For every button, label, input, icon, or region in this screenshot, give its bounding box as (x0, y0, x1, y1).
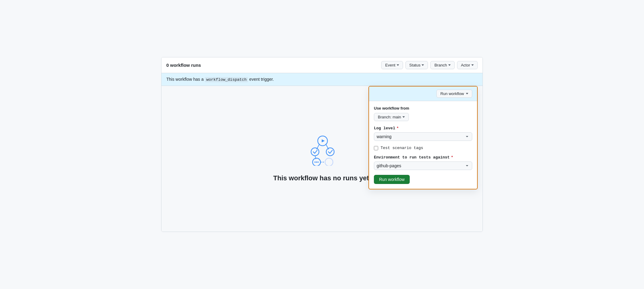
log-level-label-text: Log level (374, 126, 395, 131)
use-workflow-from-label: Use workflow from (374, 106, 472, 110)
environment-label-text: Environment to run tests against (374, 155, 450, 160)
environment-required-star: * (451, 155, 453, 160)
svg-marker-1 (322, 139, 325, 142)
run-workflow-submit-label: Run workflow (379, 177, 405, 182)
branch-selector-label: Branch: main (378, 115, 401, 119)
environment-select[interactable]: github-pages staging production (374, 162, 472, 170)
svg-point-8 (314, 162, 316, 163)
branch-selector-chevron-icon (402, 116, 405, 118)
branch-chevron-icon (448, 64, 451, 66)
svg-point-3 (311, 148, 319, 156)
log-level-required-star: * (396, 126, 399, 131)
trigger-banner: This workflow has a workflow_dispatch ev… (161, 73, 483, 86)
page-container: 0 workflow runs Event Status Branch Acto… (161, 57, 483, 232)
run-workflow-header-button[interactable]: Run workflow (436, 90, 472, 98)
svg-point-10 (317, 162, 319, 163)
environment-field-group: Environment to run tests against * githu… (374, 155, 472, 170)
event-filter-button[interactable]: Event (381, 61, 403, 69)
svg-point-12 (325, 158, 333, 166)
test-scenario-row: Test scenario tags (374, 146, 472, 150)
status-chevron-icon (422, 64, 424, 66)
svg-point-9 (316, 162, 317, 163)
branch-selector-button[interactable]: Branch: main (374, 113, 409, 121)
branch-filter-button[interactable]: Branch (430, 61, 454, 69)
trigger-code: workflow_dispatch (205, 77, 248, 82)
actor-filter-button[interactable]: Actor (457, 61, 478, 69)
run-workflow-chevron-icon (466, 93, 468, 94)
workflow-count: 0 workflow runs (166, 63, 201, 68)
trigger-suffix: event trigger. (249, 77, 274, 82)
run-workflow-submit-button[interactable]: Run workflow (374, 175, 410, 184)
status-filter-button[interactable]: Status (405, 61, 428, 69)
test-scenario-checkbox[interactable] (374, 146, 378, 150)
trigger-prefix: This workflow has a (166, 77, 204, 82)
trigger-banner-text: This workflow has a workflow_dispatch ev… (166, 77, 274, 82)
log-level-select[interactable]: warning debug info error (374, 132, 472, 141)
panel-header: Run workflow (369, 87, 477, 101)
panel-body: Use workflow from Branch: main Log level… (369, 101, 477, 189)
actor-chevron-icon (471, 64, 474, 66)
run-workflow-header-label: Run workflow (440, 91, 464, 96)
test-scenario-label: Test scenario tags (381, 146, 423, 150)
run-workflow-panel: Run workflow Use workflow from Branch: m… (368, 86, 478, 189)
log-level-field-group: Log level * warning debug info error (374, 126, 472, 141)
status-filter-label: Status (409, 63, 421, 67)
empty-state-title: This workflow has no runs yet. (273, 174, 371, 182)
main-content: This workflow has no runs yet. Run workf… (161, 86, 483, 232)
header-bar: 0 workflow runs Event Status Branch Acto… (161, 57, 483, 73)
event-filter-label: Event (385, 63, 395, 67)
header-filters: Event Status Branch Actor (381, 61, 478, 69)
svg-point-5 (326, 148, 334, 156)
branch-filter-label: Branch (434, 63, 447, 67)
actor-filter-label: Actor (461, 63, 470, 67)
environment-label: Environment to run tests against * (374, 155, 472, 160)
workflow-illustration (304, 135, 340, 167)
event-chevron-icon (397, 64, 399, 66)
log-level-label: Log level * (374, 126, 472, 131)
